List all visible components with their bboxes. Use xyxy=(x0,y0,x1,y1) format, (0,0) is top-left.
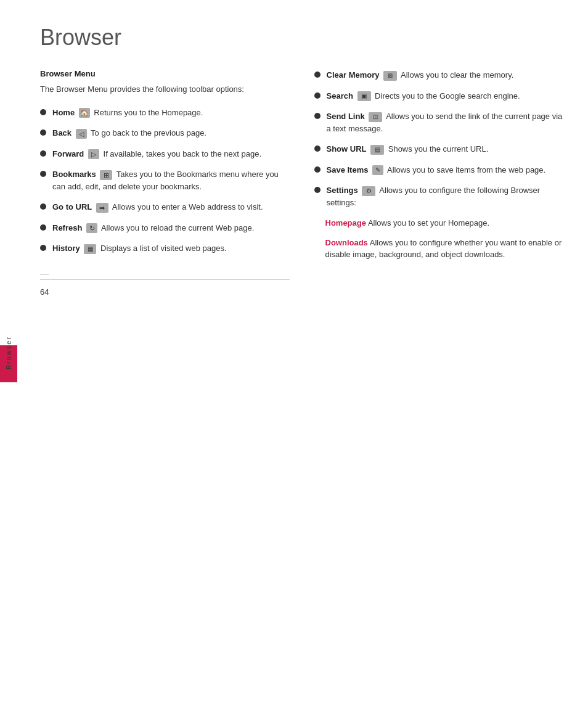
left-bullet-list: Home 🏠 Returns you to the Homepage. Back… xyxy=(40,107,290,255)
bullet-dot xyxy=(40,109,46,115)
sub-items-container: Homepage Allows you to set your Homepage… xyxy=(325,217,564,261)
list-item: Save Items ✎ Allows you to save items fr… xyxy=(314,164,564,176)
bullet-content: Clear Memory ⊠ Allows you to clear the m… xyxy=(327,69,564,81)
list-item: Refresh ↻ Allows you to reload the curre… xyxy=(40,222,290,234)
side-tab: Browser xyxy=(0,0,17,706)
icon-history: ▦ xyxy=(84,244,96,254)
bullet-content: Back ◁ To go back to the previous page. xyxy=(52,127,290,139)
list-item: Go to URL ➡ Allows you to enter a Web ad… xyxy=(40,201,290,213)
icon-send-link: ⊡ xyxy=(369,112,382,122)
bullet-dot xyxy=(40,203,46,210)
term-settings: Settings xyxy=(327,186,358,195)
bullet-content: Save Items ✎ Allows you to save items fr… xyxy=(327,164,564,176)
page-container: Browser Browser Browser Menu The Browser… xyxy=(0,0,588,706)
bullet-dot xyxy=(40,150,46,157)
sub-item-downloads: Downloads Allows you to configure whethe… xyxy=(325,237,564,261)
icon-forward: ▷ xyxy=(88,149,99,159)
right-bullet-list: Clear Memory ⊠ Allows you to clear the m… xyxy=(314,69,564,208)
bullet-dot xyxy=(314,113,321,119)
main-content: Browser Browser Menu The Browser Menu pr… xyxy=(22,0,588,706)
bullet-content: Show URL ▤ Shows you the current URL. xyxy=(327,143,564,155)
term-goto-url: Go to URL xyxy=(52,202,92,211)
term-forward: Forward xyxy=(52,149,84,158)
bullet-dot xyxy=(40,224,46,231)
term-save-items: Save Items xyxy=(327,165,369,174)
icon-home: 🏠 xyxy=(79,108,90,118)
bullet-content: Search ▣ Directs you to the Google searc… xyxy=(327,90,564,102)
list-item: Send Link ⊡ Allows you to send the link … xyxy=(314,110,564,134)
bullet-dot xyxy=(40,171,46,177)
icon-bookmarks: ⊞ xyxy=(100,170,112,180)
icon-settings: ⚙ xyxy=(362,186,375,196)
bullet-content: Go to URL ➡ Allows you to enter a Web ad… xyxy=(52,201,290,213)
icon-clear-memory: ⊠ xyxy=(383,71,397,81)
footer-divider: 64 xyxy=(40,279,290,297)
icon-back: ◁ xyxy=(76,129,87,139)
term-search: Search xyxy=(327,91,353,101)
bullet-dot xyxy=(314,146,321,152)
list-item: History ▦ Displays a list of visited web… xyxy=(40,242,290,255)
list-item: Bookmarks ⊞ Takes you to the Bookmarks m… xyxy=(40,168,290,192)
sub-desc-homepage: Allows you to set your Homepage. xyxy=(368,218,489,228)
bullet-dot xyxy=(40,129,46,136)
icon-search: ▣ xyxy=(357,91,371,101)
list-item: Settings ⚙ Allows you to configure the f… xyxy=(314,184,564,208)
sub-label-downloads: Downloads xyxy=(325,238,368,247)
list-item: Clear Memory ⊠ Allows you to clear the m… xyxy=(314,69,564,81)
bullet-content: Send Link ⊡ Allows you to send the link … xyxy=(327,110,564,134)
term-show-url: Show URL xyxy=(327,144,367,154)
two-col-layout: Browser Menu The Browser Menu provides t… xyxy=(40,69,563,681)
list-item: Search ▣ Directs you to the Google searc… xyxy=(314,90,564,102)
footer-area: 64 xyxy=(40,279,290,297)
bullet-content: Forward ▷ If available, takes you back t… xyxy=(52,148,290,160)
bullet-content: Settings ⚙ Allows you to configure the f… xyxy=(327,184,564,208)
bullet-content: Bookmarks ⊞ Takes you to the Bookmarks m… xyxy=(52,168,290,192)
section-heading: Browser Menu xyxy=(40,69,290,78)
term-back: Back xyxy=(52,128,71,138)
bullet-dot xyxy=(314,166,321,173)
icon-show-url: ▤ xyxy=(370,145,384,155)
term-bookmarks: Bookmarks xyxy=(52,170,96,179)
side-tab-label: Browser xyxy=(5,336,12,369)
bullet-dot xyxy=(314,187,321,193)
page-title: Browser xyxy=(40,25,563,51)
term-clear-memory: Clear Memory xyxy=(327,70,380,80)
icon-refresh: ↻ xyxy=(86,223,97,233)
list-item: Forward ▷ If available, takes you back t… xyxy=(40,148,290,160)
list-item: Back ◁ To go back to the previous page. xyxy=(40,127,290,139)
bullet-content: Home 🏠 Returns you to the Homepage. xyxy=(52,107,290,119)
term-refresh: Refresh xyxy=(52,223,82,232)
bullet-dot xyxy=(314,72,321,78)
page-number: 64 xyxy=(40,274,49,297)
intro-text: The Browser Menu provides the following … xyxy=(40,83,290,96)
term-send-link: Send Link xyxy=(327,112,365,121)
icon-save-items: ✎ xyxy=(372,165,383,175)
bullet-dot xyxy=(40,245,46,251)
right-column: Clear Memory ⊠ Allows you to clear the m… xyxy=(314,69,564,681)
list-item: Show URL ▤ Shows you the current URL. xyxy=(314,143,564,155)
bullet-dot xyxy=(314,92,321,99)
bullet-content: Refresh ↻ Allows you to reload the curre… xyxy=(52,222,290,234)
bullet-content: History ▦ Displays a list of visited web… xyxy=(52,242,290,255)
sub-label-homepage: Homepage xyxy=(325,218,366,228)
left-column: Browser Menu The Browser Menu provides t… xyxy=(40,69,290,681)
term-history: History xyxy=(52,244,80,253)
sub-item-homepage: Homepage Allows you to set your Homepage… xyxy=(325,217,564,229)
icon-goto-url: ➡ xyxy=(96,203,108,213)
term-home: Home xyxy=(52,108,75,117)
list-item: Home 🏠 Returns you to the Homepage. xyxy=(40,107,290,119)
